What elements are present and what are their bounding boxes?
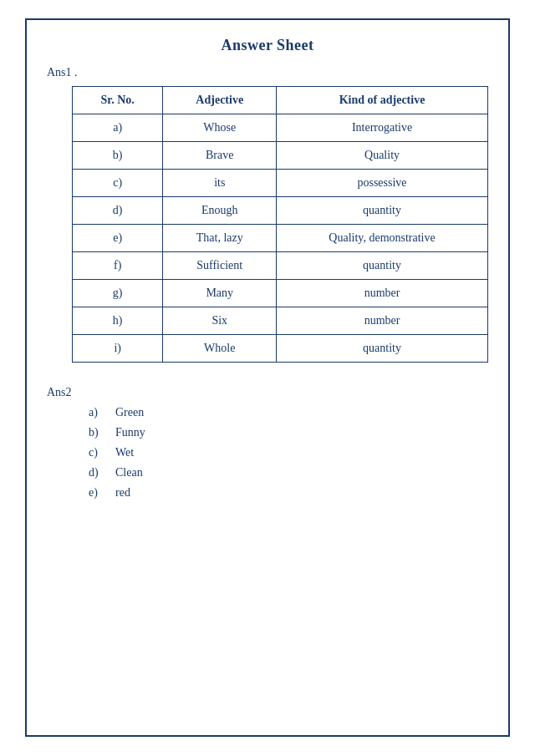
cell-kind: Quality [277, 142, 488, 170]
item-value: Wet [115, 446, 134, 459]
cell-kind: number [277, 280, 488, 307]
list-item: a)Green [89, 406, 488, 419]
cell-kind: quantity [277, 335, 488, 363]
cell-srno: e) [73, 225, 163, 252]
item-label: c) [89, 446, 105, 459]
item-value: Clean [115, 466, 143, 479]
table-row: b)BraveQuality [73, 142, 488, 170]
answer-sheet-page: Answer Sheet Ans1 . Sr. No. Adjective Ki… [25, 18, 510, 737]
table-row: i)Wholequantity [73, 335, 488, 363]
cell-kind: quantity [277, 197, 488, 225]
table-header-row: Sr. No. Adjective Kind of adjective [73, 87, 488, 114]
cell-adjective: Six [163, 307, 277, 335]
ans1-label: Ans1 . [47, 66, 488, 79]
cell-srno: d) [73, 197, 163, 225]
cell-srno: c) [73, 170, 163, 197]
item-label: a) [89, 406, 105, 419]
cell-srno: b) [73, 142, 163, 170]
item-label: b) [89, 426, 105, 439]
cell-srno: f) [73, 252, 163, 280]
cell-kind: Interrogative [277, 114, 488, 142]
table-row: h)Sixnumber [73, 307, 488, 335]
list-item: e)red [89, 486, 488, 500]
item-label: d) [89, 466, 105, 479]
cell-srno: i) [73, 335, 163, 363]
item-value: Green [115, 406, 144, 419]
list-item: b)Funny [89, 426, 488, 439]
cell-kind: number [277, 307, 488, 335]
cell-adjective: Many [163, 280, 277, 307]
cell-kind: quantity [277, 252, 488, 280]
cell-srno: h) [73, 307, 163, 335]
col-header-srno: Sr. No. [73, 87, 163, 114]
cell-srno: a) [73, 114, 163, 142]
cell-adjective: Whole [163, 335, 277, 363]
cell-kind: Quality, demonstrative [277, 225, 488, 252]
adjective-table: Sr. No. Adjective Kind of adjective a)Wh… [72, 86, 488, 363]
cell-adjective: Sufficient [163, 252, 277, 280]
table-row: g)Manynumber [73, 280, 488, 307]
col-header-kind: Kind of adjective [277, 87, 488, 114]
ans2-label: Ans2 [47, 386, 488, 399]
cell-srno: g) [73, 280, 163, 307]
page-title: Answer Sheet [47, 37, 488, 54]
list-item: d)Clean [89, 466, 488, 479]
ans1-table-wrapper: Sr. No. Adjective Kind of adjective a)Wh… [72, 86, 488, 363]
table-row: d)Enoughquantity [73, 197, 488, 225]
table-row: e)That, lazyQuality, demonstrative [73, 225, 488, 252]
cell-adjective: Whose [163, 114, 277, 142]
cell-adjective: That, lazy [163, 225, 277, 252]
col-header-adjective: Adjective [163, 87, 277, 114]
cell-adjective: its [163, 170, 277, 197]
cell-adjective: Brave [163, 142, 277, 170]
table-row: c)itspossessive [73, 170, 488, 197]
table-row: f)Sufficientquantity [73, 252, 488, 280]
list-item: c)Wet [89, 446, 488, 459]
cell-adjective: Enough [163, 197, 277, 225]
item-value: Funny [115, 426, 145, 439]
item-value: red [115, 486, 130, 500]
ans2-list: a)Greenb)Funnyc)Wetd)Cleane)red [89, 406, 488, 500]
cell-kind: possessive [277, 170, 488, 197]
ans2-section: Ans2 a)Greenb)Funnyc)Wetd)Cleane)red [47, 386, 488, 500]
item-label: e) [89, 486, 105, 500]
table-row: a)WhoseInterrogative [73, 114, 488, 142]
